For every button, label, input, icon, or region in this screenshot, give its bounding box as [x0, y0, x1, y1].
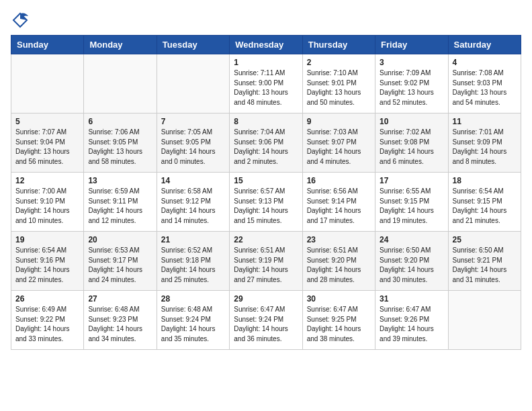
day-info: Sunrise: 6:59 AMSunset: 9:11 PMDaylight:… — [88, 187, 152, 226]
day-cell-0-3: 1Sunrise: 7:11 AMSunset: 9:00 PMDaylight… — [230, 54, 302, 113]
header-friday: Friday — [375, 36, 448, 54]
day-number: 3 — [380, 58, 443, 67]
header-tuesday: Tuesday — [157, 36, 229, 54]
page-header — [11, 11, 521, 30]
day-number: 13 — [88, 176, 152, 185]
day-info: Sunrise: 7:06 AMSunset: 9:05 PMDaylight:… — [88, 128, 152, 167]
week-row-3: 12Sunrise: 7:00 AMSunset: 9:10 PMDayligh… — [11, 173, 521, 232]
day-cell-3-4: 23Sunrise: 6:51 AMSunset: 9:20 PMDayligh… — [302, 232, 375, 291]
day-info: Sunrise: 7:03 AMSunset: 9:07 PMDaylight:… — [307, 128, 371, 167]
day-cell-0-6: 4Sunrise: 7:08 AMSunset: 9:03 PMDaylight… — [448, 54, 521, 113]
day-info: Sunrise: 6:47 AMSunset: 9:26 PMDaylight:… — [380, 305, 443, 344]
day-info: Sunrise: 7:01 AMSunset: 9:09 PMDaylight:… — [453, 128, 517, 167]
day-number: 30 — [307, 294, 371, 304]
day-cell-2-6: 18Sunrise: 6:54 AMSunset: 9:15 PMDayligh… — [448, 173, 521, 232]
day-cell-3-1: 20Sunrise: 6:53 AMSunset: 9:17 PMDayligh… — [84, 232, 157, 291]
day-info: Sunrise: 7:02 AMSunset: 9:08 PMDaylight:… — [380, 128, 443, 167]
day-cell-4-2: 28Sunrise: 6:48 AMSunset: 9:24 PMDayligh… — [157, 291, 229, 350]
day-cell-1-5: 10Sunrise: 7:02 AMSunset: 9:08 PMDayligh… — [375, 113, 448, 173]
day-cell-4-3: 29Sunrise: 6:47 AMSunset: 9:24 PMDayligh… — [230, 291, 302, 350]
day-cell-4-0: 26Sunrise: 6:49 AMSunset: 9:22 PMDayligh… — [11, 291, 84, 350]
header-sunday: Sunday — [11, 36, 84, 54]
day-info: Sunrise: 6:51 AMSunset: 9:20 PMDaylight:… — [307, 246, 371, 285]
day-cell-4-4: 30Sunrise: 6:47 AMSunset: 9:25 PMDayligh… — [302, 291, 375, 350]
day-number: 26 — [15, 294, 79, 304]
day-info: Sunrise: 6:56 AMSunset: 9:14 PMDaylight:… — [307, 187, 371, 226]
day-info: Sunrise: 7:00 AMSunset: 9:10 PMDaylight:… — [15, 187, 79, 226]
day-cell-0-2 — [157, 54, 229, 113]
day-number: 7 — [161, 117, 225, 126]
day-number: 10 — [380, 117, 443, 126]
day-info: Sunrise: 6:55 AMSunset: 9:15 PMDaylight:… — [380, 187, 443, 226]
logo-icon — [11, 11, 30, 30]
week-row-4: 19Sunrise: 6:54 AMSunset: 9:16 PMDayligh… — [11, 232, 521, 291]
week-row-2: 5Sunrise: 7:07 AMSunset: 9:04 PMDaylight… — [11, 113, 521, 173]
day-number: 4 — [453, 58, 517, 67]
day-info: Sunrise: 6:48 AMSunset: 9:23 PMDaylight:… — [88, 305, 152, 344]
day-number: 15 — [234, 176, 298, 185]
day-info: Sunrise: 7:05 AMSunset: 9:05 PMDaylight:… — [161, 128, 225, 167]
day-number: 18 — [453, 176, 517, 185]
header-thursday: Thursday — [302, 36, 375, 54]
day-cell-2-5: 17Sunrise: 6:55 AMSunset: 9:15 PMDayligh… — [375, 173, 448, 232]
day-info: Sunrise: 6:54 AMSunset: 9:16 PMDaylight:… — [15, 246, 79, 285]
day-cell-4-1: 27Sunrise: 6:48 AMSunset: 9:23 PMDayligh… — [84, 291, 157, 350]
day-info: Sunrise: 7:09 AMSunset: 9:02 PMDaylight:… — [380, 68, 443, 107]
day-cell-3-3: 22Sunrise: 6:51 AMSunset: 9:19 PMDayligh… — [230, 232, 302, 291]
day-number: 25 — [453, 235, 517, 244]
day-info: Sunrise: 6:50 AMSunset: 9:21 PMDaylight:… — [453, 246, 517, 285]
day-number: 24 — [380, 235, 443, 244]
day-cell-0-5: 3Sunrise: 7:09 AMSunset: 9:02 PMDaylight… — [375, 54, 448, 113]
day-number: 12 — [15, 176, 79, 185]
week-row-5: 26Sunrise: 6:49 AMSunset: 9:22 PMDayligh… — [11, 291, 521, 350]
calendar-table: Sunday Monday Tuesday Wednesday Thursday… — [11, 35, 521, 350]
day-cell-3-5: 24Sunrise: 6:50 AMSunset: 9:20 PMDayligh… — [375, 232, 448, 291]
day-info: Sunrise: 7:10 AMSunset: 9:01 PMDaylight:… — [307, 68, 371, 107]
day-info: Sunrise: 7:08 AMSunset: 9:03 PMDaylight:… — [453, 68, 517, 107]
header-wednesday: Wednesday — [230, 36, 302, 54]
day-cell-1-4: 9Sunrise: 7:03 AMSunset: 9:07 PMDaylight… — [302, 113, 375, 173]
day-cell-3-0: 19Sunrise: 6:54 AMSunset: 9:16 PMDayligh… — [11, 232, 84, 291]
day-number: 20 — [88, 235, 152, 244]
day-info: Sunrise: 6:52 AMSunset: 9:18 PMDaylight:… — [161, 246, 225, 285]
day-info: Sunrise: 6:53 AMSunset: 9:17 PMDaylight:… — [88, 246, 152, 285]
logo — [11, 11, 32, 30]
day-cell-0-1 — [84, 54, 157, 113]
day-info: Sunrise: 7:07 AMSunset: 9:04 PMDaylight:… — [15, 128, 79, 167]
day-cell-1-2: 7Sunrise: 7:05 AMSunset: 9:05 PMDaylight… — [157, 113, 229, 173]
day-cell-3-2: 21Sunrise: 6:52 AMSunset: 9:18 PMDayligh… — [157, 232, 229, 291]
header-saturday: Saturday — [448, 36, 521, 54]
day-cell-4-6 — [448, 291, 521, 350]
day-cell-2-0: 12Sunrise: 7:00 AMSunset: 9:10 PMDayligh… — [11, 173, 84, 232]
day-number: 27 — [88, 294, 152, 304]
day-cell-1-3: 8Sunrise: 7:04 AMSunset: 9:06 PMDaylight… — [230, 113, 302, 173]
day-info: Sunrise: 6:50 AMSunset: 9:20 PMDaylight:… — [380, 246, 443, 285]
day-number: 8 — [234, 117, 298, 126]
day-info: Sunrise: 6:49 AMSunset: 9:22 PMDaylight:… — [15, 305, 79, 344]
day-info: Sunrise: 6:47 AMSunset: 9:24 PMDaylight:… — [234, 305, 298, 344]
day-cell-2-4: 16Sunrise: 6:56 AMSunset: 9:14 PMDayligh… — [302, 173, 375, 232]
day-info: Sunrise: 6:54 AMSunset: 9:15 PMDaylight:… — [453, 187, 517, 226]
day-cell-1-0: 5Sunrise: 7:07 AMSunset: 9:04 PMDaylight… — [11, 113, 84, 173]
day-number: 5 — [15, 117, 79, 126]
day-info: Sunrise: 6:58 AMSunset: 9:12 PMDaylight:… — [161, 187, 225, 226]
day-info: Sunrise: 7:11 AMSunset: 9:00 PMDaylight:… — [234, 68, 298, 107]
day-cell-2-3: 15Sunrise: 6:57 AMSunset: 9:13 PMDayligh… — [230, 173, 302, 232]
day-number: 9 — [307, 117, 371, 126]
day-number: 16 — [307, 176, 371, 185]
day-number: 29 — [234, 294, 298, 304]
day-cell-1-6: 11Sunrise: 7:01 AMSunset: 9:09 PMDayligh… — [448, 113, 521, 173]
day-cell-3-6: 25Sunrise: 6:50 AMSunset: 9:21 PMDayligh… — [448, 232, 521, 291]
header-monday: Monday — [84, 36, 157, 54]
day-cell-2-2: 14Sunrise: 6:58 AMSunset: 9:12 PMDayligh… — [157, 173, 229, 232]
day-number: 1 — [234, 58, 298, 67]
day-number: 6 — [88, 117, 152, 126]
day-number: 28 — [161, 294, 225, 304]
calendar-body: 1Sunrise: 7:11 AMSunset: 9:00 PMDaylight… — [11, 54, 521, 350]
day-cell-1-1: 6Sunrise: 7:06 AMSunset: 9:05 PMDaylight… — [84, 113, 157, 173]
day-info: Sunrise: 6:51 AMSunset: 9:19 PMDaylight:… — [234, 246, 298, 285]
day-cell-4-5: 31Sunrise: 6:47 AMSunset: 9:26 PMDayligh… — [375, 291, 448, 350]
day-info: Sunrise: 6:47 AMSunset: 9:25 PMDaylight:… — [307, 305, 371, 344]
weekday-header-row: Sunday Monday Tuesday Wednesday Thursday… — [11, 36, 521, 54]
day-number: 11 — [453, 117, 517, 126]
